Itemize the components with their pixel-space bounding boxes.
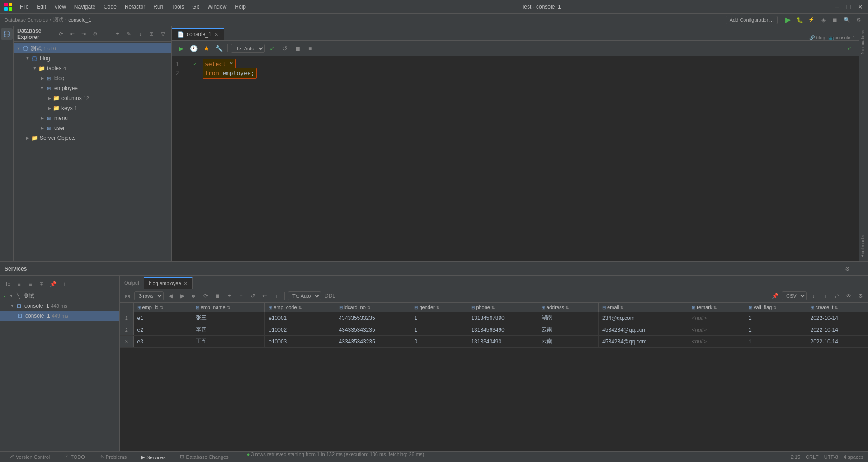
- next-page-btn[interactable]: ▶: [177, 291, 187, 301]
- svc-group-icon[interactable]: ⊞: [37, 279, 47, 289]
- col-header-vali_flag[interactable]: ⊞vali_flag⇅: [745, 303, 807, 312]
- add-configuration-button[interactable]: Add Configuration...: [726, 16, 778, 24]
- settings-wheel[interactable]: ⚙: [854, 15, 863, 25]
- cell-vali_flag[interactable]: 1: [745, 312, 807, 324]
- cell-vali_flag[interactable]: 1: [745, 324, 807, 336]
- menu-code[interactable]: Code: [100, 2, 120, 11]
- refresh-icon[interactable]: ⟳: [56, 29, 66, 39]
- add-row-btn[interactable]: +: [224, 291, 234, 301]
- stop-data-btn[interactable]: ⏹: [212, 291, 222, 301]
- cell-address[interactable]: 云南: [538, 324, 598, 336]
- services-settings-icon[interactable]: ⚙: [842, 264, 852, 274]
- filter-icon[interactable]: ▽: [158, 29, 168, 39]
- db-explorer-icon[interactable]: [1, 28, 13, 40]
- col-header-emp_code[interactable]: ⊞emp_code⇅: [265, 303, 335, 312]
- revert-btn[interactable]: ↺: [248, 291, 258, 301]
- cell-vali_flag[interactable]: 1: [745, 336, 807, 348]
- cell-emp_name[interactable]: 李四: [192, 324, 265, 336]
- svc-expand-icon[interactable]: ≡: [14, 279, 24, 289]
- close-button[interactable]: ✕: [856, 3, 864, 11]
- cell-idcard_no[interactable]: 434335533235: [335, 312, 410, 324]
- coverage-button[interactable]: ◈: [818, 15, 828, 25]
- data-tab-close[interactable]: ✕: [184, 281, 188, 286]
- export-select[interactable]: CSV: [782, 291, 807, 300]
- delete-row-btn[interactable]: −: [236, 291, 246, 301]
- cell-phone[interactable]: 13134567890: [467, 312, 538, 324]
- cell-address[interactable]: 湖南: [538, 312, 598, 324]
- svc-collapse-icon[interactable]: ≡: [25, 279, 35, 289]
- breadcrumb-part1[interactable]: Database Consoles: [5, 17, 48, 23]
- commit-data-btn[interactable]: ↩: [259, 291, 269, 301]
- cell-email[interactable]: 4534234@qq.com: [599, 324, 688, 336]
- version-control-tab[interactable]: ⎇ Version Control: [5, 452, 53, 462]
- bookmarks-label[interactable]: Bookmarks: [859, 231, 868, 261]
- prev-page-btn[interactable]: ◀: [165, 291, 175, 301]
- svc-tree-sub-console[interactable]: ⊡ console_1 449 ms: [0, 311, 119, 321]
- tree-item-user-table[interactable]: ▶ ⊞ user: [14, 123, 171, 133]
- tree-item-tables[interactable]: ▼ 📁 tables 4: [14, 63, 171, 73]
- transpose-btn[interactable]: ⇄: [832, 291, 842, 301]
- settings-icon[interactable]: ⚙: [90, 29, 100, 39]
- cell-phone[interactable]: 1313343490: [467, 336, 538, 348]
- format-button[interactable]: ≡: [305, 43, 316, 54]
- cell-remark[interactable]: <null>: [688, 312, 745, 324]
- submit-btn[interactable]: ↑: [271, 291, 281, 301]
- import-btn[interactable]: ↑: [820, 291, 830, 301]
- ddl-btn[interactable]: DDL: [323, 291, 337, 301]
- export-btn[interactable]: ↓: [808, 291, 818, 301]
- col-header-email[interactable]: ⊞email⇅: [599, 303, 688, 312]
- svc-tree-root[interactable]: ✓ ▼ ╲ 测试: [0, 291, 119, 301]
- refresh-data-btn[interactable]: ⟳: [201, 291, 211, 301]
- table-row[interactable]: 3e3王五e1000343343534323501313343490云南4534…: [120, 336, 868, 348]
- stop-button[interactable]: ⏹: [830, 15, 840, 25]
- cell-create_t[interactable]: 2022-10-14: [807, 312, 868, 324]
- expand-icon[interactable]: ⇥: [79, 29, 89, 39]
- cell-remark[interactable]: <null>: [688, 336, 745, 348]
- edit-icon[interactable]: ✎: [124, 29, 134, 39]
- table-row[interactable]: 1e1张三e10001434335533235113134567890湖南234…: [120, 312, 868, 324]
- tree-item-columns[interactable]: ▶ 📁 columns 12: [14, 93, 171, 103]
- first-page-btn[interactable]: ⏮: [123, 291, 132, 301]
- svc-pin-icon[interactable]: 📌: [48, 279, 58, 289]
- cell-emp_id[interactable]: e3: [133, 336, 192, 348]
- cell-email[interactable]: 4534234@qq.com: [599, 336, 688, 348]
- history-button[interactable]: 🕐: [188, 43, 199, 54]
- output-tab[interactable]: Output: [120, 277, 144, 289]
- cell-emp_code[interactable]: e10002: [265, 324, 335, 336]
- pin-results-btn[interactable]: 📌: [770, 291, 780, 301]
- cell-phone[interactable]: 13134563490: [467, 324, 538, 336]
- tree-item-menu-table[interactable]: ▶ ⊞ menu: [14, 113, 171, 123]
- data-tab[interactable]: blog.employee ✕: [144, 277, 193, 289]
- cell-idcard_no[interactable]: 433435343235: [335, 336, 410, 348]
- cell-address[interactable]: 云南: [538, 336, 598, 348]
- collapse-all-icon[interactable]: ⇤: [67, 29, 77, 39]
- db-changes-tab[interactable]: ⊞ Database Changes: [176, 452, 232, 462]
- cell-emp_code[interactable]: e10001: [265, 312, 335, 324]
- cell-emp_name[interactable]: 王五: [192, 336, 265, 348]
- breadcrumb-part2[interactable]: 测试: [53, 16, 63, 23]
- maximize-button[interactable]: □: [844, 3, 853, 11]
- commit-button[interactable]: ✓: [267, 43, 278, 54]
- menu-git[interactable]: Git: [189, 2, 203, 11]
- col-header-emp_name[interactable]: ⊞emp_name⇅: [192, 303, 265, 312]
- svc-add-icon[interactable]: +: [59, 279, 69, 289]
- todo-tab[interactable]: ☑ TODO: [61, 452, 89, 462]
- col-header-create_t[interactable]: ⊞create_t⇅: [807, 303, 868, 312]
- execute-button[interactable]: ▶: [175, 43, 186, 54]
- close-panel-icon[interactable]: ─: [101, 29, 111, 39]
- menu-navigate[interactable]: Navigate: [71, 2, 99, 11]
- profile-button[interactable]: ⚡: [807, 15, 816, 25]
- notifications-label[interactable]: Notifications: [859, 26, 868, 58]
- tab-close-button[interactable]: ✕: [214, 32, 218, 38]
- cell-emp_id[interactable]: e2: [133, 324, 192, 336]
- table-icon[interactable]: ⊞: [146, 29, 156, 39]
- cell-gender[interactable]: 1: [410, 324, 467, 336]
- cell-emp_id[interactable]: e1: [133, 312, 192, 324]
- cell-remark[interactable]: <null>: [688, 324, 745, 336]
- cell-emp_name[interactable]: 张三: [192, 312, 265, 324]
- problems-tab[interactable]: ⚠ Problems: [96, 452, 130, 462]
- menu-window[interactable]: Window: [204, 2, 231, 11]
- menu-file[interactable]: File: [16, 2, 32, 11]
- tree-item-keys[interactable]: ▶ 📁 keys 1: [14, 103, 171, 113]
- svc-tree-console[interactable]: ▼ ⊡ console_1 449 ms: [0, 301, 119, 311]
